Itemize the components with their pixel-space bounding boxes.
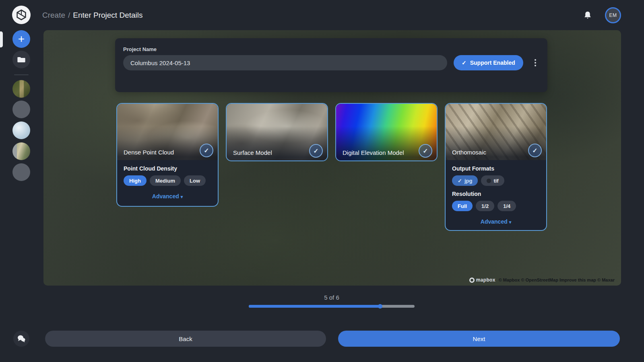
avatar-initials: EM <box>609 12 617 18</box>
active-item-indicator <box>0 31 3 47</box>
project-thumbnail-2[interactable] <box>12 101 30 118</box>
density-option-high[interactable]: High <box>124 175 147 186</box>
format-option-tif[interactable]: tif <box>481 175 504 186</box>
support-enabled-button[interactable]: ✓ Support Enabled <box>454 55 523 70</box>
dem-preview: Digital Elevation Model ✓ <box>336 104 437 160</box>
format-options: ✓ jpg tif <box>452 175 540 186</box>
header: Create / Enter Project Details EM <box>0 0 644 30</box>
app-logo[interactable] <box>12 6 31 24</box>
bell-icon <box>582 10 593 21</box>
point-cloud-density-label: Point Cloud Density <box>124 165 211 172</box>
unchecked-dot-icon <box>487 179 491 183</box>
check-icon: ✓ <box>532 147 537 154</box>
breadcrumb: Create / Enter Project Details <box>42 0 143 30</box>
format-option-jpg[interactable]: ✓ jpg <box>452 175 478 186</box>
new-project-button[interactable]: + <box>12 30 30 48</box>
check-icon: ✓ <box>204 147 209 154</box>
resolution-option-full[interactable]: Full <box>452 201 473 211</box>
sidebar: + <box>0 30 43 362</box>
check-icon: ✓ <box>313 147 318 155</box>
project-thumbnail-4[interactable] <box>12 142 30 160</box>
step-indicator: 5 of 6 <box>249 294 415 301</box>
plus-icon: + <box>18 33 25 45</box>
density-options: High Medium Low <box>124 175 211 186</box>
selected-check-toggle[interactable]: ✓ <box>528 144 542 157</box>
back-button[interactable]: Back <box>45 331 326 347</box>
user-avatar[interactable]: EM <box>605 7 621 23</box>
advanced-toggle[interactable]: Advanced ▾ <box>452 216 540 230</box>
output-card-dense-point-cloud[interactable]: Dense Point Cloud ✓ Point Cloud Density … <box>116 103 219 207</box>
mapbox-logo-icon <box>469 278 475 283</box>
project-name-input[interactable] <box>123 55 447 70</box>
check-icon: ✓ <box>462 60 466 66</box>
project-name-label: Project Name <box>123 46 157 52</box>
project-thumbnail-1[interactable] <box>12 80 30 98</box>
chat-bubbles-icon <box>17 334 26 343</box>
surface-model-preview: Surface Model ✓ <box>227 104 327 160</box>
check-icon: ✓ <box>423 147 428 155</box>
selected-check-toggle[interactable]: ✓ <box>309 144 323 158</box>
selected-check-toggle[interactable]: ✓ <box>419 144 432 158</box>
project-thumbnail-5[interactable] <box>12 163 30 181</box>
card-title: Dense Point Cloud <box>124 149 174 156</box>
progress-knob <box>378 304 382 309</box>
breadcrumb-separator: / <box>68 11 70 20</box>
cube-logo-icon <box>15 9 27 21</box>
output-card-orthomosaic[interactable]: Orthomosaic ✓ Output Formats ✓ jpg tif R… <box>445 103 547 231</box>
card-title: Orthomosaic <box>452 149 486 156</box>
breadcrumb-section[interactable]: Create <box>42 11 65 20</box>
attribution-links[interactable]: © Mapbox © OpenStreetMap Improve this ma… <box>499 278 615 282</box>
resolution-options: Full 1/2 1/4 <box>452 201 540 211</box>
output-formats-label: Output Formats <box>452 165 540 172</box>
output-card-digital-elevation-model[interactable]: Digital Elevation Model ✓ <box>335 103 438 161</box>
projects-folder-button[interactable] <box>12 51 30 68</box>
dense-point-cloud-preview: Dense Point Cloud ✓ <box>117 104 218 160</box>
resolution-label: Resolution <box>452 191 540 197</box>
sidebar-divider <box>14 74 29 75</box>
card-title: Surface Model <box>233 149 272 156</box>
resolution-option-half[interactable]: 1/2 <box>476 201 494 211</box>
project-thumbnail-3[interactable] <box>12 121 30 139</box>
advanced-toggle[interactable]: Advanced ▾ <box>124 191 211 205</box>
next-button[interactable]: Next <box>338 331 620 347</box>
project-details-panel: Project Name ✓ Support Enabled <box>115 38 547 92</box>
app-root: Create / Enter Project Details EM + <box>0 0 644 362</box>
mapbox-logo[interactable]: mapbox <box>469 277 495 283</box>
progress-bar-fill <box>249 305 382 308</box>
kebab-menu-icon[interactable] <box>531 56 539 69</box>
page-title: Enter Project Details <box>73 11 142 20</box>
support-button-label: Support Enabled <box>470 60 515 66</box>
mapbox-wordmark: mapbox <box>476 277 495 283</box>
density-option-low[interactable]: Low <box>184 175 206 186</box>
notifications-button[interactable] <box>582 10 593 21</box>
orthomosaic-preview: Orthomosaic ✓ <box>446 104 546 160</box>
output-card-surface-model[interactable]: Surface Model ✓ <box>226 103 328 161</box>
resolution-option-quarter[interactable]: 1/4 <box>497 201 516 211</box>
chevron-down-icon: ▾ <box>509 220 512 224</box>
density-option-medium[interactable]: Medium <box>150 175 181 186</box>
selected-check-toggle[interactable]: ✓ <box>200 144 213 157</box>
chevron-down-icon: ▾ <box>181 194 183 199</box>
folder-icon <box>17 55 26 64</box>
support-chat-button[interactable] <box>13 331 29 347</box>
progress-bar <box>249 305 415 308</box>
map-attribution: mapbox © Mapbox © OpenStreetMap Improve … <box>469 277 615 283</box>
card-title: Digital Elevation Model <box>343 149 404 156</box>
check-icon: ✓ <box>458 178 462 184</box>
